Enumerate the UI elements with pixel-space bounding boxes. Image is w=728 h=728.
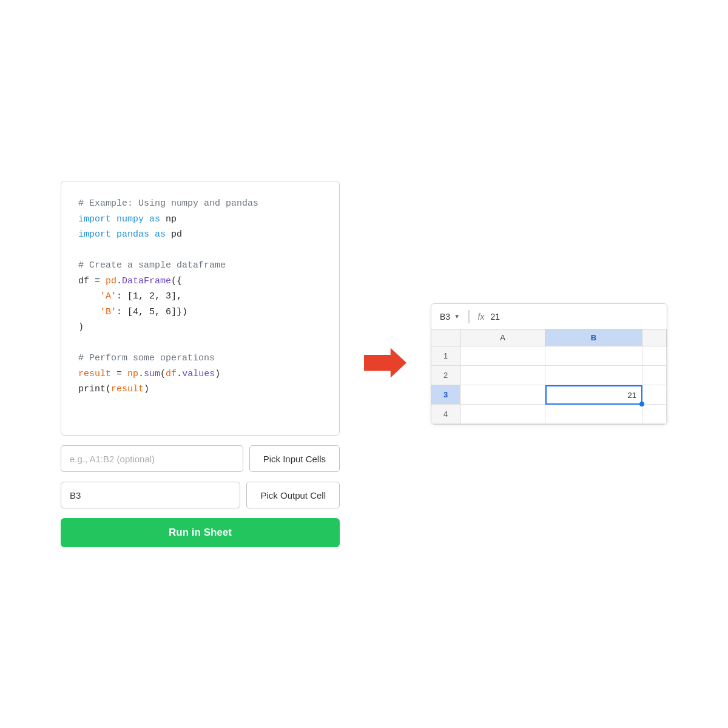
cell-extra-1 (642, 346, 667, 366)
code-blank-2 (78, 335, 322, 351)
formula-bar: B3 ▼ fx 21 (431, 304, 667, 329)
code-line-9: # Perform some operations (78, 351, 322, 366)
left-panel: # Example: Using numpy and pandas import… (61, 181, 340, 547)
grid-header-row: A B (431, 329, 667, 346)
cell-a3[interactable] (460, 385, 545, 405)
output-cell-field[interactable] (61, 482, 240, 508)
row-number-2: 2 (431, 366, 460, 385)
col-header-b: B (545, 329, 642, 346)
col-header-extra (642, 329, 667, 346)
cell-b3[interactable]: 21 (545, 385, 642, 405)
code-line-4: # Create a sample dataframe (78, 258, 322, 274)
fx-label: fx (478, 312, 485, 322)
spreadsheet-grid: A B 1 2 3 2 (431, 329, 667, 424)
formula-value: 21 (490, 312, 500, 322)
run-in-sheet-button[interactable]: Run in Sheet (61, 518, 340, 547)
cell-b3-value: 21 (551, 391, 636, 400)
code-blank-1 (78, 243, 322, 258)
cell-extra-2 (642, 366, 667, 385)
code-line-11: print(result) (78, 382, 322, 397)
arrow-right (364, 345, 406, 383)
code-line-6: 'A': [1, 2, 3], (78, 289, 322, 305)
table-row: 1 (431, 346, 667, 366)
code-line-8: ) (78, 320, 322, 335)
code-line-2: import numpy as np (78, 212, 322, 228)
code-line-7: 'B': [4, 5, 6]}) (78, 305, 322, 320)
cell-dot (639, 402, 644, 406)
main-container: # Example: Using numpy and pandas import… (36, 157, 692, 571)
cell-ref-box: B3 ▼ (440, 312, 460, 322)
input-cells-row: Pick Input Cells (61, 445, 340, 472)
pick-input-cells-button[interactable]: Pick Input Cells (249, 445, 340, 472)
code-editor: # Example: Using numpy and pandas import… (61, 181, 340, 436)
cell-a1[interactable] (460, 346, 545, 366)
pick-output-cell-button[interactable]: Pick Output Cell (246, 482, 340, 508)
dropdown-icon[interactable]: ▼ (454, 313, 460, 320)
cell-extra-3 (642, 385, 667, 405)
input-cells-field[interactable] (61, 445, 243, 472)
cell-a4[interactable] (460, 405, 545, 424)
row-number-header (431, 329, 460, 346)
row-number-3: 3 (431, 385, 460, 405)
spreadsheet-panel: B3 ▼ fx 21 A B 1 (431, 303, 667, 425)
row-number-4: 4 (431, 405, 460, 424)
svg-marker-0 (364, 348, 406, 378)
table-row: 4 (431, 405, 667, 424)
cell-extra-4 (642, 405, 667, 424)
formula-separator (468, 310, 470, 323)
cell-ref-text: B3 (440, 312, 450, 322)
code-line-1: # Example: Using numpy and pandas (78, 196, 322, 212)
code-line-5: df = pd.DataFrame({ (78, 274, 322, 289)
output-cell-row: Pick Output Cell (61, 482, 340, 508)
cell-a2[interactable] (460, 366, 545, 385)
table-row: 2 (431, 366, 667, 385)
row-number-1: 1 (431, 346, 460, 366)
cell-b1[interactable] (545, 346, 642, 366)
table-row: 3 21 (431, 385, 667, 405)
code-line-10: result = np.sum(df.values) (78, 366, 322, 382)
cell-b4[interactable] (545, 405, 642, 424)
col-header-a: A (460, 329, 545, 346)
cell-b2[interactable] (545, 366, 642, 385)
code-line-3: import pandas as pd (78, 227, 322, 243)
